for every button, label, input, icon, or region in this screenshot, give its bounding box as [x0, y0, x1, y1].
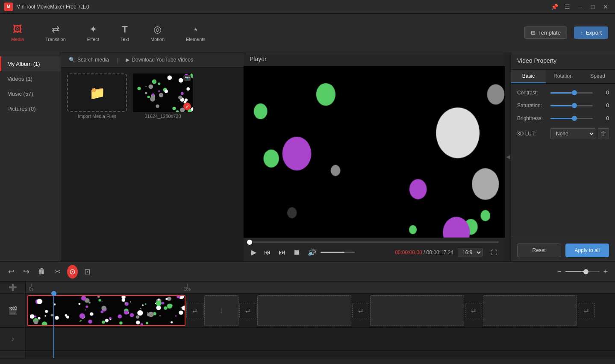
- time-current: 00:00:00.00: [395, 250, 422, 255]
- progress-bar[interactable]: [250, 241, 499, 243]
- time-total: 00:00:17.24: [427, 250, 453, 255]
- saturation-row: Saturation: 0: [517, 103, 609, 109]
- tab-rotation[interactable]: Rotation: [546, 70, 580, 83]
- import-media-thumb: 📁: [67, 73, 127, 112]
- brightness-slider-fill: [550, 118, 572, 119]
- sidebar-item-videos[interactable]: Videos (1): [0, 71, 61, 86]
- transition-slot-2[interactable]: ⇄: [239, 303, 256, 318]
- media-nav-actions: 🔍 Search media | ▶ Download YouTube Vide…: [61, 52, 244, 67]
- transition-slot-5-icon: ⇄: [584, 307, 589, 314]
- video-clip[interactable]: [27, 295, 185, 326]
- video-media-item[interactable]: 📷 ✓ 31624_1280x720: [133, 73, 193, 119]
- stop-button[interactable]: ⏹: [291, 247, 302, 258]
- download-youtube-action[interactable]: ▶ Download YouTube Videos: [122, 55, 196, 65]
- media-nav: 🔍 Search media | ▶ Download YouTube Vide…: [61, 52, 244, 68]
- progress-thumb[interactable]: [247, 240, 252, 245]
- text-label: Text: [121, 37, 129, 42]
- zoom-out-icon[interactable]: －: [556, 267, 563, 276]
- apply-all-button[interactable]: Apply to all: [565, 244, 609, 257]
- time-separator: /: [424, 250, 427, 255]
- saturation-slider-fill: [550, 105, 572, 106]
- timeline-toolbar: ↩ ↪ 🗑 ✂ ⊙ ⊡ － ＋: [0, 262, 615, 282]
- add-track-button[interactable]: ➕: [0, 282, 25, 294]
- saturation-slider[interactable]: [550, 105, 593, 106]
- zoom-thumb: [583, 269, 589, 274]
- delete-button[interactable]: 🗑: [36, 265, 48, 278]
- transition-slot-3[interactable]: ⇄: [352, 303, 369, 318]
- brightness-slider[interactable]: [550, 118, 593, 119]
- transition-slot-4-icon: ⇄: [471, 307, 476, 314]
- zoom-fill: [565, 271, 586, 272]
- toolbar-item-text[interactable]: T Text: [116, 21, 133, 44]
- export-icon: ↑: [580, 29, 583, 36]
- sidebar-item-pictures[interactable]: Pictures (0): [0, 101, 61, 116]
- tab-basic-label: Basic: [522, 73, 535, 79]
- empty-clip-slot-4: [483, 295, 577, 326]
- toolbar-item-effect[interactable]: ✦ Effect: [83, 21, 103, 44]
- volume-slider[interactable]: [321, 252, 355, 253]
- media-panel: 🔍 Search media | ▶ Download YouTube Vide…: [61, 52, 244, 261]
- import-media-item[interactable]: 📁 Import Media Files: [67, 73, 127, 119]
- saturation-label: Saturation:: [517, 103, 547, 109]
- pin-button[interactable]: 📌: [549, 2, 559, 12]
- tab-basic[interactable]: Basic: [511, 70, 546, 83]
- template-button[interactable]: ⊞ Template: [524, 26, 567, 39]
- toolbar-item-media[interactable]: 🖼 Media: [7, 21, 28, 44]
- titlebar-controls: 📌 ☰ ─ □ ✕: [549, 2, 611, 12]
- next-frame-button[interactable]: ⏭: [277, 247, 287, 258]
- undo-button[interactable]: ↩: [6, 265, 17, 279]
- video-track-icon: 🎬: [0, 294, 25, 328]
- lut-delete-button[interactable]: 🗑: [598, 128, 609, 139]
- fullscreen-button[interactable]: ⛶: [489, 247, 499, 258]
- media-grid: 📁 Import Media Files 📷 ✓ 31624_1280x720: [61, 68, 244, 261]
- toolbar-item-motion[interactable]: ◎ Motion: [146, 21, 169, 44]
- maximize-button[interactable]: □: [588, 2, 598, 12]
- left-sidebar: My Album (1) Videos (1) Music (57) Pictu…: [0, 52, 61, 261]
- minimize-button[interactable]: ─: [575, 2, 585, 12]
- detach-audio-button[interactable]: ⊙: [67, 265, 78, 279]
- empty-clip-slot-3: [370, 295, 464, 326]
- tab-speed[interactable]: Speed: [580, 70, 615, 83]
- cut-button[interactable]: ✂: [52, 265, 63, 279]
- zoom-in-icon[interactable]: ＋: [602, 267, 609, 276]
- lut-row: 3D LUT: None 🗑: [517, 128, 609, 139]
- empty-clip-slot: ↓: [204, 295, 238, 326]
- timeline-scrollbar[interactable]: [0, 358, 615, 364]
- timeline-body: 0s 18s: [26, 282, 615, 358]
- volume-fill: [321, 252, 344, 253]
- panel-collapse-arrow[interactable]: ◀: [505, 52, 511, 261]
- time-display: 00:00:00.00 / 00:00:17.24: [395, 250, 453, 255]
- crop-button[interactable]: ⊡: [82, 265, 93, 279]
- volume-button[interactable]: 🔊: [306, 247, 318, 258]
- search-media-label: Search media: [77, 57, 109, 63]
- transition-slot-4[interactable]: ⇄: [465, 303, 482, 318]
- toolbar-item-transition[interactable]: ⇄ Transition: [41, 21, 70, 44]
- aspect-ratio-select[interactable]: 16:9 9:16 4:3 1:1: [458, 248, 483, 257]
- prev-frame-button[interactable]: ⏮: [262, 247, 273, 258]
- audio-track-icon: ♪: [0, 328, 25, 351]
- main-toolbar: 🖼 Media ⇄ Transition ✦ Effect T Text ◎ M…: [0, 14, 615, 52]
- sidebar-item-music[interactable]: Music (57): [0, 86, 61, 101]
- player-header: Player: [244, 52, 505, 66]
- elements-icon: ⋆: [193, 24, 199, 35]
- toolbar-item-elements[interactable]: ⋆ Elements: [182, 21, 210, 44]
- export-label: Export: [586, 29, 602, 36]
- transition-slot-5[interactable]: ⇄: [578, 303, 595, 318]
- menu-button[interactable]: ☰: [562, 2, 572, 12]
- youtube-icon: ▶: [126, 57, 129, 63]
- play-button[interactable]: ▶: [250, 247, 258, 258]
- volume-control: 🔊: [306, 247, 355, 258]
- zoom-slider[interactable]: [565, 271, 600, 272]
- lut-select[interactable]: None: [550, 128, 595, 139]
- sidebar-item-pictures-label: Pictures (0): [7, 106, 35, 112]
- reset-button[interactable]: Reset: [517, 244, 561, 257]
- search-media-action[interactable]: 🔍 Search media: [65, 55, 112, 65]
- empty-clip-slot-2: [257, 295, 351, 326]
- redo-button[interactable]: ↪: [21, 265, 32, 279]
- transition-slot-1[interactable]: ⇄: [186, 303, 203, 318]
- sidebar-item-my-album[interactable]: My Album (1): [0, 56, 61, 71]
- contrast-slider[interactable]: [550, 92, 593, 94]
- app-logo: M: [4, 3, 13, 11]
- close-button[interactable]: ✕: [600, 2, 611, 12]
- export-button[interactable]: ↑ Export: [574, 26, 608, 39]
